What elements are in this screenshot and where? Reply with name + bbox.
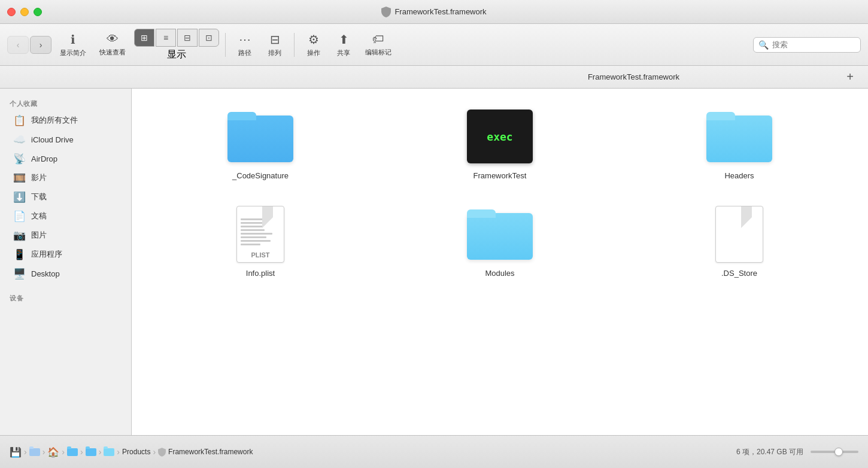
movies-icon: 🎞️: [13, 172, 25, 184]
sidebar-item-label-applications: 应用程序: [31, 249, 62, 260]
downloads-icon: ⬇️: [13, 191, 25, 203]
file-grid: _CodeSignature exec FrameworkTest Header…: [132, 89, 868, 435]
plist-icon-shape: PLIST: [236, 206, 284, 263]
file-item-headers[interactable]: Headers: [623, 101, 856, 186]
sidebar-item-airdrop[interactable]: 📡 AirDrop: [4, 149, 128, 168]
modules-label: Modules: [485, 269, 514, 278]
columns-icon: ⊟: [184, 33, 191, 42]
title-bar: FrameworkTest.framework: [0, 0, 868, 24]
file-item-infoplist[interactable]: PLIST Info.plist: [144, 198, 377, 284]
sidebar-item-applications[interactable]: 📱 应用程序: [4, 245, 128, 264]
file-item-codesignature[interactable]: _CodeSignature: [144, 101, 377, 186]
sidebar-item-label-all-files: 我的所有文件: [31, 115, 78, 126]
file-item-modules[interactable]: Modules: [383, 198, 617, 284]
breadcrumb-framework: FrameworkTest.framework: [168, 448, 253, 456]
column-view-button[interactable]: ⊟: [177, 29, 198, 47]
path-bar: FrameworkTest.framework +: [0, 66, 868, 89]
file-item-dsstore[interactable]: .DS_Store: [623, 198, 856, 284]
slider-track[interactable]: [811, 451, 858, 453]
folder-light-icon-headers: [706, 110, 772, 163]
maximize-button[interactable]: [34, 8, 42, 16]
info-button[interactable]: ℹ 显示简介: [55, 30, 91, 60]
sidebar-item-documents[interactable]: 📄 文稿: [4, 206, 128, 226]
gear-icon: ⚙: [308, 32, 319, 47]
breadcrumb-products[interactable]: Products: [122, 448, 150, 456]
airdrop-icon: 📡: [13, 153, 25, 165]
icon-view-button[interactable]: ⊞: [134, 29, 154, 47]
zoom-slider[interactable]: [811, 451, 858, 453]
sidebar-item-label-desktop: Desktop: [31, 269, 60, 278]
sidebar-item-movies[interactable]: 🎞️ 影片: [4, 168, 128, 187]
sidebar-section-header-favorites: 个人收藏: [0, 96, 131, 111]
codesignature-label: _CodeSignature: [232, 171, 289, 180]
breadcrumb-folder-1[interactable]: [29, 448, 40, 456]
window-title: FrameworkTest.framework: [381, 7, 486, 17]
sidebar-item-icloud-drive[interactable]: ☁️ iCloud Drive: [4, 130, 128, 149]
shield-icon: [381, 7, 391, 17]
frameworktest-exec-icon: exec: [464, 107, 536, 166]
breadcrumb-folder-4[interactable]: [104, 448, 114, 456]
nav-group: ‹ ›: [7, 36, 51, 54]
path-bar-title: FrameworkTest.framework: [426, 72, 842, 81]
info-icon: ℹ: [71, 32, 75, 47]
folder-light-icon-modules: [467, 207, 533, 261]
edit-tag-button[interactable]: 🏷 编辑标记: [360, 30, 396, 59]
share-button[interactable]: ⬆ 共享: [330, 30, 357, 60]
forward-button[interactable]: ›: [30, 36, 51, 54]
plist-file-icon: PLIST: [224, 204, 296, 264]
headers-label: Headers: [724, 171, 754, 180]
exec-text: exec: [487, 130, 512, 143]
dsstore-icon-shape: [715, 206, 763, 263]
headers-folder-icon: [703, 107, 775, 166]
back-button[interactable]: ‹: [7, 36, 29, 54]
search-input[interactable]: [772, 40, 855, 49]
desktop-icon: 🖥️: [13, 268, 25, 279]
plus-icon: +: [846, 70, 854, 84]
file-item-frameworktest[interactable]: exec FrameworkTest: [383, 101, 617, 186]
action-button[interactable]: ⚙ 操作: [301, 30, 327, 60]
breadcrumb-sep-6: ›: [117, 447, 120, 457]
slider-thumb[interactable]: [834, 448, 843, 456]
path-button[interactable]: ⋯ 路径: [232, 30, 258, 60]
toolbar: ‹ › ℹ 显示简介 👁 快速查看 ⊞ ≡ ⊟ ⊡ 显示: [0, 24, 868, 66]
toolbar-separator-1: [225, 33, 226, 57]
add-folder-button[interactable]: +: [842, 69, 858, 86]
list-icon: ≡: [163, 33, 168, 42]
sort-button[interactable]: ⊟ 排列: [262, 30, 288, 60]
breadcrumb-sep-7: ›: [153, 447, 156, 457]
breadcrumb-sep-2: ›: [43, 447, 45, 457]
close-button[interactable]: [7, 8, 16, 16]
sidebar-item-label-pictures: 图片: [31, 230, 47, 241]
tag-icon: 🏷: [372, 32, 384, 46]
folder-blue-icon: [227, 110, 293, 163]
cover-flow-button[interactable]: ⊡: [199, 29, 219, 47]
grid-icon: ⊞: [141, 33, 148, 42]
sidebar-item-downloads[interactable]: ⬇️ 下载: [4, 187, 128, 206]
status-right: 6 项，20.47 GB 可用: [736, 447, 858, 457]
search-box[interactable]: 🔍: [753, 37, 861, 53]
sidebar-item-desktop[interactable]: 🖥️ Desktop: [4, 264, 128, 283]
plist-label-text: PLIST: [237, 251, 284, 259]
breadcrumb-sep-3: ›: [62, 447, 65, 457]
view-buttons-group: ⊞ ≡ ⊟ ⊡: [134, 29, 219, 47]
documents-icon: 📄: [13, 210, 25, 222]
frameworktest-label: FrameworkTest: [474, 171, 527, 180]
applications-icon: 📱: [13, 248, 25, 260]
sidebar-item-all-files[interactable]: 📋 我的所有文件: [4, 111, 128, 130]
plist-lines: [237, 206, 284, 248]
breadcrumb-folder-3[interactable]: [86, 448, 96, 456]
sidebar-item-pictures[interactable]: 📷 图片: [4, 226, 128, 245]
list-view-button[interactable]: ≡: [156, 29, 176, 47]
minimize-button[interactable]: [20, 8, 29, 16]
sidebar-item-label-icloud: iCloud Drive: [31, 135, 74, 144]
all-files-icon: 📋: [13, 114, 25, 126]
breadcrumb-folder-2[interactable]: [67, 448, 78, 456]
breadcrumb-sep-1: ›: [24, 447, 27, 457]
sidebar-item-label-documents: 文稿: [31, 211, 47, 221]
toolbar-separator-2: [294, 33, 295, 57]
codesignature-folder-icon: [224, 107, 296, 166]
item-count: 6 项，20.47 GB 可用: [736, 447, 803, 457]
exec-icon: exec: [467, 110, 533, 163]
quicklook-button[interactable]: 👁 快速查看: [95, 30, 130, 59]
sidebar-section-header-devices: 设备: [0, 290, 131, 305]
